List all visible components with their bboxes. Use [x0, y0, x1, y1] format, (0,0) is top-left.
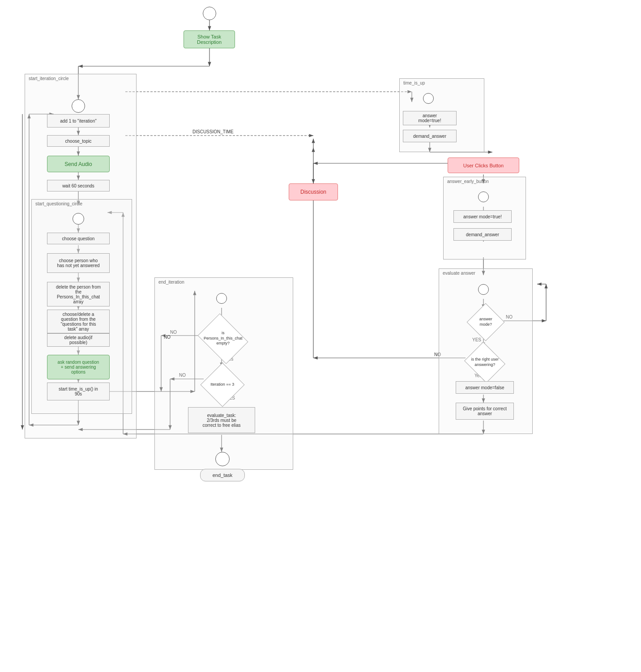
demand-answer1: demand_answer: [403, 130, 457, 142]
start-questioning-frame: start_questioning_circle: [31, 199, 132, 414]
demand-answer2: demand_answer: [453, 228, 512, 241]
persons-empty-no-label: NO: [164, 335, 171, 340]
questioning-start-circle: [73, 213, 84, 225]
end-task-circle: [215, 452, 230, 466]
start-circle: [203, 7, 216, 20]
add-iteration: add 1 to "iteration": [47, 114, 110, 128]
iteration-start-circle: [72, 99, 85, 113]
diagram-container: DISCUSSION_TIME YES NO Yes: [0, 0, 641, 672]
give-points: Give points for correct answer: [456, 403, 514, 420]
time-is-up-circle: [423, 93, 434, 104]
user-clicks-button: User Clicks Button: [448, 157, 519, 173]
end-iteration-circle: [216, 293, 227, 304]
answer-early-circle: [478, 191, 489, 202]
delete-person: delete the person from the Persons_In_th…: [47, 282, 110, 306]
evaluate-answer-circle: [478, 284, 489, 295]
answer-mode-false: answer mode=false: [456, 381, 514, 394]
discussion: Discussion: [289, 183, 338, 200]
choose-person: choose person who has not yet answered: [47, 253, 110, 273]
wait-60-seconds: wait 60 seconds: [47, 180, 110, 191]
choose-question: choose question: [47, 233, 110, 244]
ask-random-question: ask random question + send answering opt…: [47, 355, 110, 379]
answer-mode-true2: answer mode=true!: [453, 210, 512, 223]
send-audio: Send Audio: [47, 156, 110, 172]
start-time-is-up: start time_is_up() in 90s: [47, 383, 110, 400]
delete-audio: delete audio(if possible): [47, 333, 110, 347]
end-task: end_task: [200, 469, 245, 481]
svg-text:DISCUSSION_TIME: DISCUSSION_TIME: [192, 129, 234, 134]
choose-topic: choose_topic: [47, 135, 110, 147]
show-task-description: Show Task Description: [184, 30, 235, 48]
answer-mode-true1: answer mode=true!: [403, 111, 457, 125]
choose-delete-question: choose/delete a question from the "quest…: [47, 310, 110, 333]
evaluate-task: evaluate_task: 2/3rds must be correct to…: [188, 407, 255, 433]
